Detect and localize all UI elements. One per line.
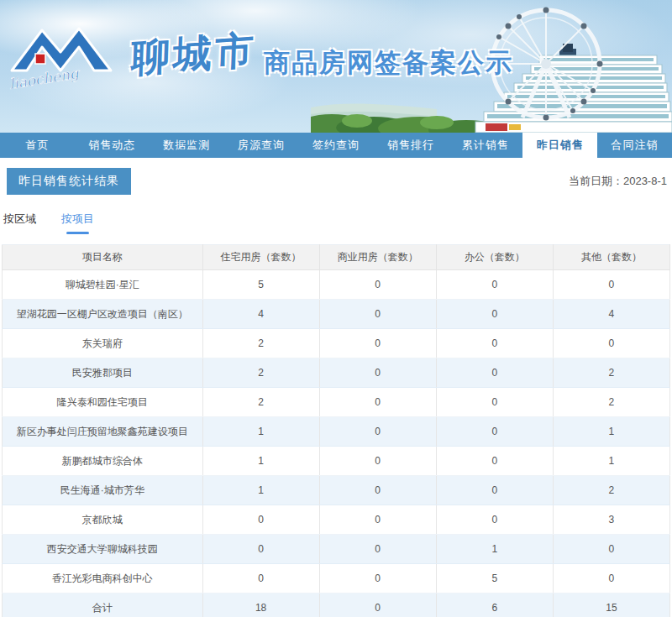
count-cell: 0 xyxy=(436,476,553,505)
page: liaocheng 聊城市 商品房网签备案公示 首页销售动态数据监测房源查询签约… xyxy=(0,0,672,617)
nav-item-5[interactable]: 签约查询 xyxy=(299,133,374,158)
table-row: 望湖花园一区棚户区改造项目（南区）4004 xyxy=(3,300,670,329)
table-row: 民生海通·城市芳华1002 xyxy=(3,476,670,505)
current-date: 当前日期：2023-8-1 xyxy=(569,174,667,189)
count-cell: 0 xyxy=(436,300,553,329)
count-cell: 0 xyxy=(553,535,669,564)
count-cell: 2 xyxy=(553,476,669,505)
city-logo-icon: liaocheng xyxy=(8,18,134,96)
count-cell: 1 xyxy=(202,447,319,476)
count-cell: 0 xyxy=(319,329,436,358)
count-cell: 1 xyxy=(553,417,669,447)
brand: liaocheng 聊城市 商品房网签备案公示 xyxy=(8,18,513,96)
view-tab-1[interactable]: 按区域 xyxy=(3,212,36,234)
table-row: 东关瑞府2000 xyxy=(3,329,670,358)
project-name-cell: 香江光彩电商科创中心 xyxy=(3,564,203,593)
project-name-cell: 聊城碧桂园·星汇 xyxy=(3,270,203,300)
count-cell: 2 xyxy=(202,388,319,417)
count-cell: 5 xyxy=(436,564,553,593)
nav-item-9[interactable]: 合同注销 xyxy=(597,133,672,158)
count-cell: 2 xyxy=(553,388,669,417)
count-cell: 0 xyxy=(319,476,436,505)
nav-item-8[interactable]: 昨日销售 xyxy=(522,133,597,158)
project-name-cell: 东关瑞府 xyxy=(3,329,203,358)
project-name-cell: 新区办事处闫庄预留地聚鑫苑建设项目 xyxy=(3,417,203,447)
count-cell: 0 xyxy=(436,447,553,476)
column-header-5: 其他（套数） xyxy=(553,245,669,270)
count-cell: 0 xyxy=(319,447,436,476)
current-date-value: 2023-8-1 xyxy=(623,175,667,187)
stats-table: 项目名称住宅用房（套数）商业用房（套数）办公（套数）其他（套数） 聊城碧桂园·星… xyxy=(2,244,670,617)
count-cell: 6 xyxy=(436,593,553,617)
table-row: 西安交通大学聊城科技园0010 xyxy=(3,535,670,564)
table-row: 京都欣城0003 xyxy=(3,505,670,535)
section-head: 昨日销售统计结果 当前日期：2023-8-1 xyxy=(2,168,670,195)
table-header-row: 项目名称住宅用房（套数）商业用房（套数）办公（套数）其他（套数） xyxy=(3,245,670,270)
site-header: liaocheng 聊城市 商品房网签备案公示 xyxy=(0,0,672,133)
column-header-2: 住宅用房（套数） xyxy=(202,245,319,270)
count-cell: 3 xyxy=(553,505,669,535)
table-row: 民安雅郡项目2002 xyxy=(3,358,670,388)
nav-item-6[interactable]: 销售排行 xyxy=(373,133,448,158)
nav-item-1[interactable]: 首页 xyxy=(0,133,75,158)
count-cell: 1 xyxy=(553,447,669,476)
content: 昨日销售统计结果 当前日期：2023-8-1 按区域按项目 项目名称住宅用房（套… xyxy=(0,158,672,617)
table-body: 聊城碧桂园·星汇5000望湖花园一区棚户区改造项目（南区）4004东关瑞府200… xyxy=(3,270,670,617)
count-cell: 0 xyxy=(202,505,319,535)
table-row: 新鹏都城市综合体1001 xyxy=(3,447,670,476)
view-tab-2[interactable]: 按项目 xyxy=(61,212,94,234)
section-title-badge: 昨日销售统计结果 xyxy=(7,168,131,195)
site-title: 商品房网签备案公示 xyxy=(264,45,513,81)
project-name-cell: 民安雅郡项目 xyxy=(3,358,203,388)
count-cell: 15 xyxy=(553,593,669,617)
count-cell: 1 xyxy=(436,535,553,564)
nav-item-4[interactable]: 房源查询 xyxy=(224,133,299,158)
project-name-cell: 新鹏都城市综合体 xyxy=(3,447,203,476)
project-name-cell: 隆兴泰和园住宅项目 xyxy=(3,388,203,417)
count-cell: 0 xyxy=(553,329,669,358)
table-total-row: 合计180615 xyxy=(3,593,670,617)
count-cell: 0 xyxy=(436,329,553,358)
count-cell: 0 xyxy=(319,564,436,593)
count-cell: 0 xyxy=(319,358,436,388)
table-row: 香江光彩电商科创中心0050 xyxy=(3,564,670,593)
count-cell: 0 xyxy=(202,564,319,593)
project-name-cell: 京都欣城 xyxy=(3,505,203,535)
city-name: 聊城市 xyxy=(130,24,258,86)
count-cell: 0 xyxy=(319,535,436,564)
count-cell: 0 xyxy=(319,388,436,417)
view-tabs: 按区域按项目 xyxy=(3,212,670,234)
nav-item-2[interactable]: 销售动态 xyxy=(75,133,150,158)
count-cell: 1 xyxy=(202,476,319,505)
count-cell: 1 xyxy=(202,417,319,447)
count-cell: 4 xyxy=(202,300,319,329)
count-cell: 2 xyxy=(202,358,319,388)
count-cell: 0 xyxy=(436,417,553,447)
count-cell: 4 xyxy=(553,300,669,329)
main-nav: 首页销售动态数据监测房源查询签约查询销售排行累计销售昨日销售合同注销 xyxy=(0,133,672,158)
count-cell: 0 xyxy=(553,564,669,593)
nav-item-3[interactable]: 数据监测 xyxy=(150,133,224,158)
count-cell: 2 xyxy=(202,329,319,358)
count-cell: 0 xyxy=(436,358,553,388)
project-name-cell: 合计 xyxy=(3,593,203,617)
count-cell: 0 xyxy=(436,505,553,535)
count-cell: 2 xyxy=(553,358,669,388)
project-name-cell: 民生海通·城市芳华 xyxy=(3,476,203,505)
count-cell: 0 xyxy=(319,270,436,300)
column-header-1: 项目名称 xyxy=(3,245,203,270)
count-cell: 0 xyxy=(319,593,436,617)
project-name-cell: 西安交通大学聊城科技园 xyxy=(3,535,203,564)
column-header-3: 商业用房（套数） xyxy=(319,245,436,270)
count-cell: 0 xyxy=(319,417,436,447)
count-cell: 0 xyxy=(436,388,553,417)
count-cell: 0 xyxy=(319,300,436,329)
current-date-label: 当前日期： xyxy=(569,175,623,187)
table-row: 隆兴泰和园住宅项目2002 xyxy=(3,388,670,417)
count-cell: 0 xyxy=(202,535,319,564)
count-cell: 0 xyxy=(436,270,553,300)
nav-item-7[interactable]: 累计销售 xyxy=(448,133,522,158)
table-row: 聊城碧桂园·星汇5000 xyxy=(3,270,670,300)
project-name-cell: 望湖花园一区棚户区改造项目（南区） xyxy=(3,300,203,329)
count-cell: 18 xyxy=(202,593,319,617)
